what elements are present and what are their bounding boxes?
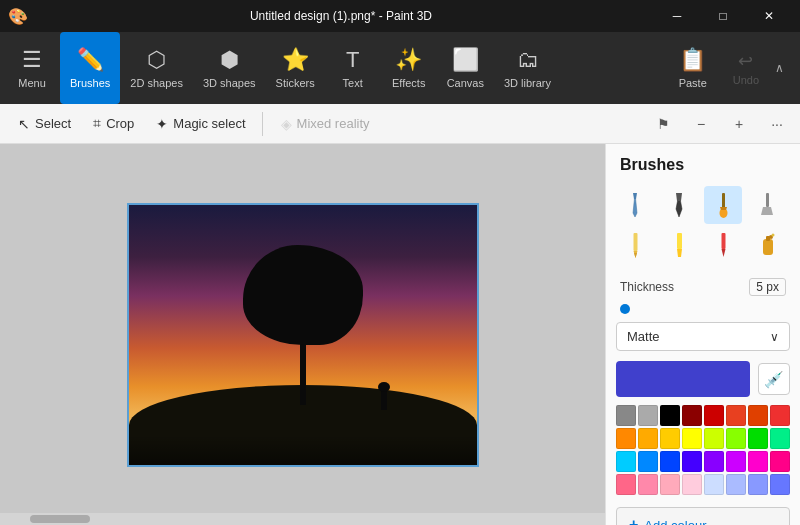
flag-button[interactable]: ⚑ xyxy=(648,109,678,139)
svg-rect-0 xyxy=(722,193,725,209)
canvas-button[interactable]: ⬜ Canvas xyxy=(437,32,494,104)
dropdown-chevron-icon: ∨ xyxy=(770,330,779,344)
swatch-orange[interactable] xyxy=(616,428,636,449)
select-button[interactable]: ↖ Select xyxy=(8,109,81,139)
shapes3d-button[interactable]: ⬢ 3D shapes xyxy=(193,32,266,104)
eyedropper-button[interactable]: 💉 xyxy=(758,363,790,395)
swatch-lime[interactable] xyxy=(704,428,724,449)
brush-drybush[interactable] xyxy=(748,186,786,224)
more-button[interactable]: ··· xyxy=(762,109,792,139)
matte-label: Matte xyxy=(627,329,660,344)
swatch-pink4[interactable] xyxy=(682,474,702,495)
swatch-chartreuse[interactable] xyxy=(726,428,746,449)
plus-icon: + xyxy=(735,116,743,132)
svg-marker-5 xyxy=(634,253,637,258)
swatch-row-warm xyxy=(616,428,790,449)
swatch-pink1[interactable] xyxy=(616,474,636,495)
swatch-purple[interactable] xyxy=(726,451,746,472)
paste-button[interactable]: 📋 Paste xyxy=(665,41,721,95)
swatch-amber[interactable] xyxy=(638,428,658,449)
swatch-lavender1[interactable] xyxy=(704,474,724,495)
shapes2d-button[interactable]: ⬡ 2D shapes xyxy=(120,32,193,104)
swatch-yellow[interactable] xyxy=(682,428,702,449)
subtoolbar-right: ⚑ − + ··· xyxy=(648,109,792,139)
swatch-gold[interactable] xyxy=(660,428,680,449)
undo-button[interactable]: ↩ Undo xyxy=(725,46,767,90)
effects-icon: ✨ xyxy=(395,47,422,73)
close-button[interactable]: ✕ xyxy=(746,0,792,32)
maximize-button[interactable]: □ xyxy=(700,0,746,32)
swatch-gray2[interactable] xyxy=(638,405,658,426)
mixed-icon: ◈ xyxy=(281,116,292,132)
swatch-spring[interactable] xyxy=(770,428,790,449)
matte-dropdown[interactable]: Matte ∨ xyxy=(616,322,790,351)
swatch-pink2[interactable] xyxy=(638,474,658,495)
more-icon: ··· xyxy=(771,116,783,132)
swatch-periwinkle2[interactable] xyxy=(770,474,790,495)
swatch-red2[interactable] xyxy=(726,405,746,426)
brush-spraycan[interactable] xyxy=(748,226,786,264)
magic-select-button[interactable]: ✦ Magic select xyxy=(146,109,255,139)
swatch-row-cool xyxy=(616,451,790,472)
swatch-row-light xyxy=(616,474,790,495)
brush-paintbrush[interactable] xyxy=(704,186,742,224)
toolbar-chevron[interactable]: ∧ xyxy=(771,57,788,79)
svg-rect-2 xyxy=(766,193,769,207)
crop-button[interactable]: ⌗ Crop xyxy=(83,109,144,139)
plus-icon: + xyxy=(629,516,638,525)
cursor-icon: ↖ xyxy=(18,116,30,132)
thickness-slider-thumb[interactable] xyxy=(620,304,630,314)
thickness-slider-row[interactable] xyxy=(606,302,800,322)
eyedropper-icon: 💉 xyxy=(764,370,784,389)
swatch-blue[interactable] xyxy=(638,451,658,472)
ground-reflection xyxy=(129,435,477,465)
mixed-reality-button: ◈ Mixed reality xyxy=(269,112,382,136)
swatch-lavender2[interactable] xyxy=(726,474,746,495)
brush-highlighter[interactable] xyxy=(660,226,698,264)
canvas-icon: ⬜ xyxy=(452,47,479,73)
swatch-darkred[interactable] xyxy=(682,405,702,426)
swatch-red[interactable] xyxy=(704,405,724,426)
library3d-button[interactable]: 🗂 3D library xyxy=(494,32,561,104)
brush-crayon[interactable] xyxy=(704,226,742,264)
brush-pencil[interactable] xyxy=(616,226,654,264)
text-button[interactable]: T Text xyxy=(325,32,381,104)
swatch-gray1[interactable] xyxy=(616,405,636,426)
svg-rect-6 xyxy=(677,233,682,249)
tree-crown xyxy=(243,245,363,345)
brushes-button[interactable]: ✏️ Brushes xyxy=(60,32,120,104)
color-preview[interactable] xyxy=(616,361,750,397)
swatch-black[interactable] xyxy=(660,405,680,426)
main-area: Brushes xyxy=(0,144,800,525)
scroll-thumb[interactable] xyxy=(30,515,90,523)
zoom-in-button[interactable]: + xyxy=(724,109,754,139)
thickness-label: Thickness xyxy=(620,280,674,294)
thickness-section: Thickness 5 px xyxy=(606,272,800,302)
swatch-skyblue[interactable] xyxy=(616,451,636,472)
stickers-button[interactable]: ⭐ Stickers xyxy=(266,32,325,104)
swatch-royalblue[interactable] xyxy=(660,451,680,472)
add-colour-button[interactable]: + Add colour xyxy=(616,507,790,525)
minus-icon: − xyxy=(697,116,705,132)
svg-marker-7 xyxy=(677,249,682,257)
swatch-indigo[interactable] xyxy=(682,451,702,472)
swatch-magenta[interactable] xyxy=(748,451,768,472)
swatch-green[interactable] xyxy=(748,428,768,449)
brush-inkpen[interactable] xyxy=(660,186,698,224)
swatch-orange-red[interactable] xyxy=(748,405,768,426)
minimize-button[interactable]: ─ xyxy=(654,0,700,32)
swatch-pink3[interactable] xyxy=(660,474,680,495)
brush-calligraphy[interactable] xyxy=(616,186,654,224)
panel-title: Brushes xyxy=(606,144,800,182)
menu-button[interactable]: ☰ Menu xyxy=(4,32,60,104)
horizontal-scrollbar[interactable] xyxy=(0,513,605,525)
swatch-crimson[interactable] xyxy=(770,405,790,426)
app-icon: 🎨 xyxy=(8,7,28,26)
swatch-violet[interactable] xyxy=(704,451,724,472)
swatch-periwinkle1[interactable] xyxy=(748,474,768,495)
effects-button[interactable]: ✨ Effects xyxy=(381,32,437,104)
add-colour-label: Add colour xyxy=(644,518,706,526)
swatch-rose[interactable] xyxy=(770,451,790,472)
canvas-area[interactable] xyxy=(0,144,605,525)
zoom-out-button[interactable]: − xyxy=(686,109,716,139)
